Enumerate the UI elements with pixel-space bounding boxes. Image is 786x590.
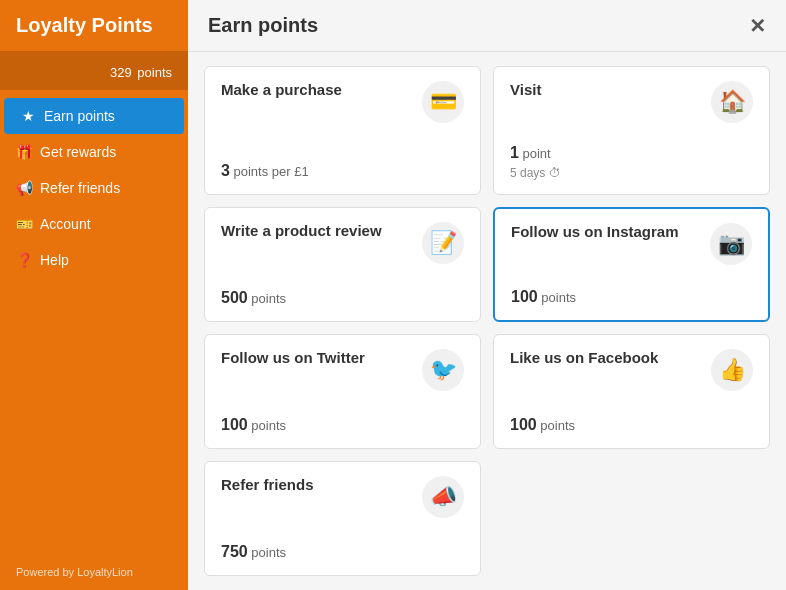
card-points: 3 points per £1 <box>221 146 464 180</box>
main-panel: Earn points ✕ Make a purchase💳3 points p… <box>188 0 786 590</box>
sidebar-item-label: Account <box>40 216 91 232</box>
card-refer-friends[interactable]: Refer friends📣750 points <box>204 461 481 576</box>
sidebar-nav: ★Earn points🎁Get rewards📢Refer friends🎫A… <box>0 98 188 554</box>
points-number: 1 <box>510 144 519 161</box>
sidebar-title: Loyalty Points <box>0 0 188 51</box>
refer-friends-icon: 📢 <box>16 180 32 196</box>
sidebar: Loyalty Points 329 points ★Earn points🎁G… <box>0 0 188 590</box>
sidebar-item-label: Help <box>40 252 69 268</box>
card-points: 500 points <box>221 273 464 307</box>
card-title: Refer friends <box>221 476 422 493</box>
help-icon: ❓ <box>16 252 32 268</box>
sidebar-item-get-rewards[interactable]: 🎁Get rewards <box>0 134 188 170</box>
points-number: 100 <box>510 416 537 433</box>
card-points: 750 points <box>221 527 464 561</box>
sidebar-points: 329 points <box>0 51 188 90</box>
points-value: 329 <box>110 65 132 80</box>
card-title: Follow us on Instagram <box>511 223 710 240</box>
cards-grid: Make a purchase💳3 points per £1Visit🏠1 p… <box>188 52 786 590</box>
review-icon: 📝 <box>422 222 464 264</box>
card-write-review[interactable]: Write a product review📝500 points <box>204 207 481 322</box>
card-title: Visit <box>510 81 711 98</box>
card-like-facebook[interactable]: Like us on Facebook👍100 points <box>493 334 770 449</box>
card-title: Write a product review <box>221 222 422 239</box>
card-visit[interactable]: Visit🏠1 point5 days ⏱ <box>493 66 770 195</box>
points-number: 100 <box>511 288 538 305</box>
sidebar-item-help[interactable]: ❓Help <box>0 242 188 278</box>
sidebar-item-refer-friends[interactable]: 📢Refer friends <box>0 170 188 206</box>
points-number: 3 <box>221 162 230 179</box>
card-make-purchase[interactable]: Make a purchase💳3 points per £1 <box>204 66 481 195</box>
card-follow-twitter[interactable]: Follow us on Twitter🐦100 points <box>204 334 481 449</box>
main-header-title: Earn points <box>208 14 318 37</box>
points-number: 750 <box>221 543 248 560</box>
card-points: 100 points <box>221 400 464 434</box>
sidebar-item-label: Get rewards <box>40 144 116 160</box>
sidebar-item-label: Earn points <box>44 108 115 124</box>
get-rewards-icon: 🎁 <box>16 144 32 160</box>
points-number: 500 <box>221 289 248 306</box>
sidebar-item-earn-points[interactable]: ★Earn points <box>4 98 184 134</box>
points-label: points <box>137 65 172 80</box>
card-title: Follow us on Twitter <box>221 349 422 366</box>
main-header: Earn points ✕ <box>188 0 786 52</box>
visit-icon: 🏠 <box>711 81 753 123</box>
card-title: Make a purchase <box>221 81 422 98</box>
card-points: 100 points <box>511 272 752 306</box>
account-icon: 🎫 <box>16 216 32 232</box>
facebook-icon: 👍 <box>711 349 753 391</box>
sidebar-item-account[interactable]: 🎫Account <box>0 206 188 242</box>
card-points: 1 point5 days ⏱ <box>510 128 753 180</box>
close-button[interactable]: ✕ <box>749 16 766 36</box>
credit-card-icon: 💳 <box>422 81 464 123</box>
sidebar-item-label: Refer friends <box>40 180 120 196</box>
sidebar-footer: Powered by LoyaltyLion <box>0 554 188 590</box>
card-title: Like us on Facebook <box>510 349 711 366</box>
instagram-icon: 📷 <box>710 223 752 265</box>
card-meta: 5 days ⏱ <box>510 166 753 180</box>
card-follow-instagram[interactable]: Follow us on Instagram📷100 points <box>493 207 770 322</box>
earn-points-icon: ★ <box>20 108 36 124</box>
twitter-icon: 🐦 <box>422 349 464 391</box>
refer-icon: 📣 <box>422 476 464 518</box>
card-points: 100 points <box>510 400 753 434</box>
points-number: 100 <box>221 416 248 433</box>
